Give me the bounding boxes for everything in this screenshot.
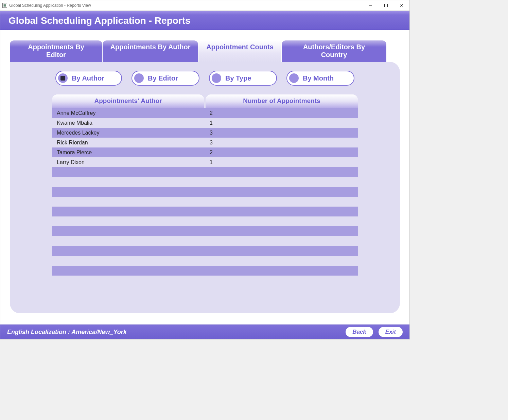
tabs: Appointments By Editor Appointments By A… <box>10 40 400 62</box>
radio-label: By Editor <box>148 74 178 82</box>
app-icon <box>2 3 7 8</box>
cell-count: 3 <box>205 140 358 146</box>
window-title: Global Scheduling Application - Reports … <box>9 3 91 8</box>
table-row[interactable]: Larry Dixon1 <box>52 157 358 167</box>
table-row-empty <box>52 266 358 276</box>
table-row[interactable]: Mercedes Lackey3 <box>52 128 358 138</box>
page-header: Global Scheduling Application - Reports <box>0 11 409 30</box>
tab-authors-editors-by-country[interactable]: Authors/Editors By Country <box>282 40 386 62</box>
count-mode-group: By Author By Editor By Type By Month <box>10 71 400 86</box>
maximize-button[interactable] <box>378 0 394 11</box>
tab-label: Appointments By Author <box>110 43 191 51</box>
cell-count: 1 <box>205 120 358 126</box>
tab-label: Appointments By Editor <box>28 43 84 58</box>
table-row-gap <box>52 177 358 187</box>
table-row-empty <box>52 246 358 256</box>
radio-by-editor[interactable]: By Editor <box>132 71 199 86</box>
table-row[interactable]: Kwame Mbalia1 <box>52 118 358 128</box>
table-row-empty <box>52 187 358 197</box>
cell-count: 1 <box>205 159 358 165</box>
table-row-empty <box>52 167 358 177</box>
content-area: Appointments By Editor Appointments By A… <box>0 30 409 325</box>
cell-author: Larry Dixon <box>52 159 205 165</box>
minimize-button[interactable] <box>363 0 378 11</box>
cell-count: 2 <box>205 150 358 156</box>
table-body: Anne McCaffrey2Kwame Mbalia1Mercedes Lac… <box>52 108 358 276</box>
cell-count: 2 <box>205 110 358 116</box>
back-button[interactable]: Back <box>346 327 373 337</box>
titlebar: Global Scheduling Application - Reports … <box>0 0 409 11</box>
cell-author: Kwame Mbalia <box>52 120 205 126</box>
table-header: Appointments' Author Number of Appointme… <box>52 94 358 108</box>
table-row-empty <box>52 226 358 236</box>
tab-appointments-by-author[interactable]: Appointments By Author <box>103 40 198 62</box>
tab-label: Appointment Counts <box>206 43 274 51</box>
cell-author: Rick Riordan <box>52 140 205 146</box>
table-row[interactable]: Rick Riordan3 <box>52 138 358 147</box>
radio-by-author[interactable]: By Author <box>55 71 122 86</box>
tab-label: Authors/Editors By Country <box>303 43 365 58</box>
column-header-author[interactable]: Appointments' Author <box>52 94 204 108</box>
cell-author: Tamora Pierce <box>52 150 205 156</box>
radio-icon <box>212 73 221 83</box>
cell-author: Anne McCaffrey <box>52 110 205 116</box>
radio-icon <box>134 73 144 83</box>
app-window: Global Scheduling Application - Reports … <box>0 0 410 339</box>
radio-icon <box>289 73 299 83</box>
tab-appointments-by-editor[interactable]: Appointments By Editor <box>10 40 102 62</box>
cell-count: 3 <box>205 130 358 136</box>
table-row-gap <box>52 197 358 207</box>
exit-button[interactable]: Exit <box>379 327 403 337</box>
radio-by-type[interactable]: By Type <box>209 71 277 86</box>
page-title: Global Scheduling Application - Reports <box>8 15 401 26</box>
tab-appointment-counts[interactable]: Appointment Counts <box>198 40 281 62</box>
radio-label: By Author <box>72 74 104 82</box>
cell-author: Mercedes Lackey <box>52 130 205 136</box>
table-row-empty <box>52 207 358 216</box>
radio-label: By Month <box>303 74 334 82</box>
svg-rect-2 <box>385 4 388 7</box>
localization-label: English Localization : America/New_York <box>7 329 127 336</box>
table-row-gap <box>52 236 358 246</box>
table-row-gap <box>52 256 358 266</box>
column-header-count[interactable]: Number of Appointments <box>206 94 358 108</box>
tab-panel: By Author By Editor By Type By Month App <box>10 62 400 313</box>
table-row-gap <box>52 216 358 226</box>
close-button[interactable] <box>394 0 409 11</box>
table-row[interactable]: Anne McCaffrey2 <box>52 108 358 118</box>
svg-rect-0 <box>4 4 6 7</box>
footer-bar: English Localization : America/New_York … <box>0 325 409 339</box>
radio-label: By Type <box>225 74 251 82</box>
radio-by-month[interactable]: By Month <box>286 71 354 86</box>
radio-icon <box>58 73 68 83</box>
table-row[interactable]: Tamora Pierce2 <box>52 147 358 157</box>
counts-table: Appointments' Author Number of Appointme… <box>52 94 358 276</box>
